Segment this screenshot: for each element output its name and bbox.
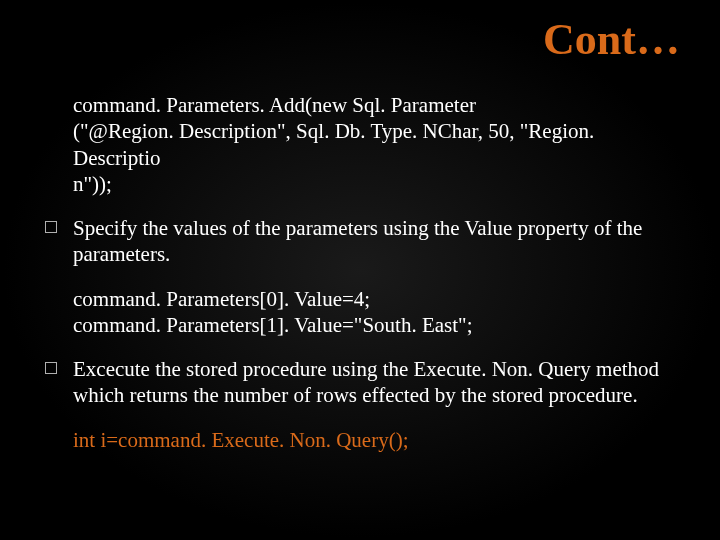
code-line: command. Parameters[1]. Value="South. Ea…: [73, 313, 473, 337]
code-line: command. Parameters[0]. Value=4;: [73, 287, 370, 311]
bullet-text: Specify the values of the parameters usi…: [73, 216, 642, 266]
slide-title: Cont…: [543, 14, 680, 65]
bullet-item-2: Excecute the stored procedure using the …: [45, 356, 680, 409]
code-line: command. Parameters. Add(new Sql. Parame…: [73, 93, 476, 117]
code-block-1: command. Parameters. Add(new Sql. Parame…: [45, 92, 680, 197]
code-line: int i=command. Execute. Non. Query();: [73, 428, 409, 452]
code-line: ("@Region. Description", Sql. Db. Type. …: [73, 119, 594, 169]
code-block-3: int i=command. Execute. Non. Query();: [45, 427, 680, 454]
code-line: n"));: [73, 172, 112, 196]
bullet-text: Excecute the stored procedure using the …: [73, 357, 659, 407]
slide-body: command. Parameters. Add(new Sql. Parame…: [45, 92, 680, 472]
bullet-item-1: Specify the values of the parameters usi…: [45, 215, 680, 268]
code-block-2: command. Parameters[0]. Value=4; command…: [45, 286, 680, 339]
slide: Cont… command. Parameters. Add(new Sql. …: [0, 0, 720, 540]
